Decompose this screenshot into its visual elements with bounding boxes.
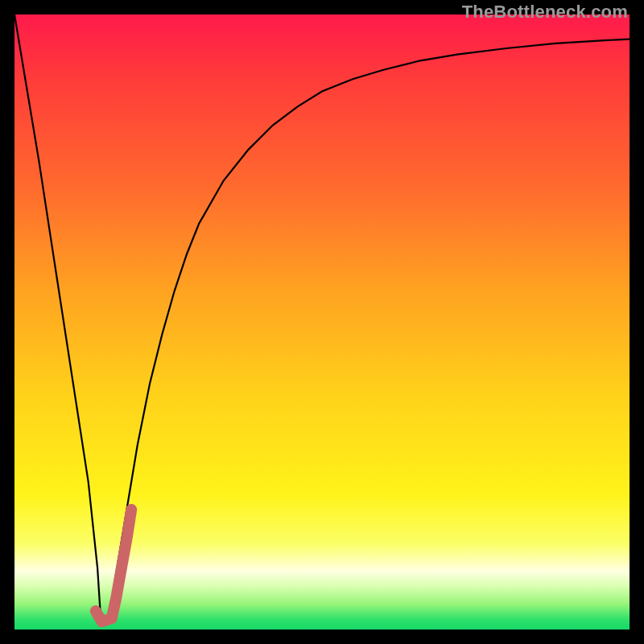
- gradient-background: [14, 14, 630, 630]
- plot-area: [14, 14, 630, 630]
- watermark-text: TheBottleneck.com: [462, 2, 628, 23]
- svg-rect-0: [14, 14, 630, 630]
